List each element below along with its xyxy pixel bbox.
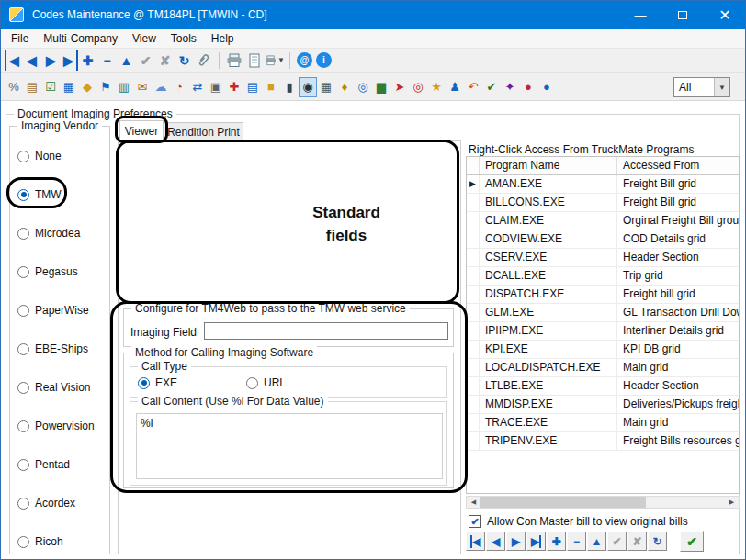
toolbar-button[interactable]: ▶ bbox=[41, 50, 61, 71]
vendor-radio-option[interactable]: Powervision bbox=[17, 419, 95, 433]
attach-button[interactable] bbox=[194, 50, 214, 71]
maximize-button[interactable] bbox=[661, 0, 704, 29]
table-row[interactable]: MMDISP.EXE Deliveries/Pickups freight bbox=[467, 396, 739, 414]
table-row[interactable]: IPIIPM.EXE Interliner Details grid bbox=[467, 322, 739, 341]
filter-dropdown-icon[interactable]: ▼ bbox=[714, 78, 729, 96]
toolbar-button[interactable]: ✔ bbox=[136, 50, 155, 71]
add-record-icon[interactable]: ✚ bbox=[225, 77, 243, 97]
key-icon[interactable]: ♦ bbox=[335, 77, 354, 97]
vendor-radio-option[interactable]: Acordex bbox=[17, 496, 95, 510]
panel-icon[interactable]: ▣ bbox=[207, 77, 225, 97]
table-row[interactable]: ▶ AMAN.EXE Freight Bill grid bbox=[467, 175, 739, 194]
target-icon[interactable]: ◎ bbox=[409, 77, 427, 97]
imaging-field-input[interactable] bbox=[204, 322, 448, 340]
globe-icon[interactable]: ◎ bbox=[354, 77, 372, 97]
print-options-button[interactable]: ▼ bbox=[265, 50, 285, 71]
clock-icon[interactable]: ◔ bbox=[170, 77, 188, 97]
report-icon[interactable]: ▤ bbox=[23, 77, 41, 97]
vendor-radio-option[interactable]: Real Vision bbox=[17, 380, 95, 395]
grid-icon[interactable]: ▦ bbox=[60, 77, 78, 97]
car-icon[interactable]: ● bbox=[519, 77, 537, 97]
table-row[interactable]: GLM.EXE GL Transaction Drill Down bbox=[467, 304, 739, 322]
vendor-radio-option[interactable]: None bbox=[17, 149, 95, 163]
minimize-button[interactable]: — bbox=[619, 0, 661, 29]
grid-last-button[interactable]: ▶ bbox=[526, 532, 546, 551]
table-row[interactable]: BILLCONS.EXE Freight Bill grid bbox=[467, 194, 739, 212]
table-row[interactable]: DISPATCH.EXE Freight bill grid bbox=[467, 286, 739, 304]
call-content-textarea[interactable]: %i bbox=[136, 413, 443, 479]
table-row[interactable]: KPI.EXE KPI DB grid bbox=[467, 341, 739, 359]
menu-item[interactable]: Help bbox=[204, 29, 242, 48]
print-preview-button[interactable] bbox=[244, 50, 265, 71]
toolbar-button[interactable]: ◀ bbox=[22, 50, 41, 71]
grid-next-button[interactable]: ▶ bbox=[506, 532, 526, 551]
grid-post-button[interactable]: ✔ bbox=[607, 532, 627, 551]
toolbar-button[interactable]: ▶ bbox=[61, 50, 78, 71]
chart-icon[interactable]: ▆ bbox=[372, 77, 390, 97]
table-row[interactable]: CODVIEW.EXE COD Details grid bbox=[467, 230, 739, 249]
transfer-icon[interactable]: ⇄ bbox=[188, 77, 207, 97]
close-button[interactable]: ✕ bbox=[704, 0, 746, 29]
vendor-radio-option[interactable]: TMW bbox=[17, 187, 95, 202]
allow-con-master-checkbox[interactable]: ✔ bbox=[469, 515, 481, 528]
toolbar-button[interactable]: ◀ bbox=[5, 50, 22, 71]
print-options-dropdown-icon[interactable]: ▼ bbox=[277, 56, 285, 64]
table-row[interactable]: LTLBE.EXE Header Section bbox=[467, 377, 739, 396]
print-button[interactable] bbox=[224, 50, 244, 71]
grid-delete-button[interactable]: − bbox=[567, 532, 586, 551]
sparkle-icon[interactable]: ✦ bbox=[501, 77, 519, 97]
grid-horizontal-scrollbar[interactable]: ◀ ▶ bbox=[466, 496, 740, 509]
diamond-icon[interactable]: ◆ bbox=[78, 77, 96, 97]
scrollbar-track[interactable] bbox=[480, 497, 725, 508]
column-header-program-name[interactable]: Program Name bbox=[480, 157, 617, 174]
web-button[interactable]: @ bbox=[297, 52, 312, 68]
cloud-icon[interactable]: ☁ bbox=[152, 77, 170, 97]
toolbar-button[interactable]: − bbox=[97, 50, 117, 71]
table-row[interactable]: CLAIM.EXE Orginal Freight Bill group bbox=[467, 212, 739, 230]
toolbar-button[interactable]: ✚ bbox=[78, 50, 97, 71]
approve-icon[interactable]: ✔ bbox=[482, 77, 501, 97]
call-type-url-option[interactable]: URL bbox=[246, 376, 286, 389]
grid-insert-button[interactable]: ✚ bbox=[547, 532, 566, 551]
user-icon[interactable]: ♟ bbox=[446, 77, 464, 97]
grid-edit-button[interactable]: ▲ bbox=[587, 532, 606, 551]
call-type-exe-option[interactable]: EXE bbox=[138, 376, 177, 389]
vendor-radio-option[interactable]: Microdea bbox=[17, 226, 95, 241]
barcode-icon[interactable]: ▮ bbox=[280, 77, 299, 97]
vendor-radio-option[interactable]: Ricoh bbox=[17, 534, 95, 549]
toolbar-button[interactable]: ▲ bbox=[117, 50, 136, 71]
vendor-radio-option[interactable]: Pentad bbox=[17, 457, 95, 472]
undo-icon[interactable]: ↶ bbox=[464, 77, 482, 97]
vendor-radio-option[interactable]: PaperWise bbox=[17, 303, 95, 318]
apply-button[interactable]: ✔ bbox=[680, 531, 704, 552]
camera-icon[interactable]: ◉ bbox=[299, 77, 317, 97]
scrollbar-thumb[interactable] bbox=[480, 497, 646, 508]
grid-cancel-button[interactable]: ✘ bbox=[627, 532, 647, 551]
allow-con-master-option[interactable]: ✔ Allow Con Master bill to view original… bbox=[469, 515, 688, 528]
grid-prior-button[interactable]: ◀ bbox=[486, 532, 505, 551]
table-row[interactable]: TRACE.EXE Main grid bbox=[467, 414, 739, 432]
column-header-accessed-from[interactable]: Accessed From bbox=[617, 157, 739, 174]
mail-icon[interactable]: ✉ bbox=[133, 77, 152, 97]
film-icon[interactable]: ▦ bbox=[317, 77, 335, 97]
checklist-icon[interactable]: ☑ bbox=[41, 77, 60, 97]
table-row[interactable]: LOCALDISPATCH.EXE Main grid bbox=[467, 359, 739, 377]
table-row[interactable]: DCALL.EXE Trip grid bbox=[467, 267, 739, 286]
table-icon[interactable]: ▥ bbox=[115, 77, 133, 97]
menu-item[interactable]: Tools bbox=[164, 29, 204, 48]
menu-item[interactable]: View bbox=[125, 29, 164, 48]
vendor-radio-option[interactable]: Pegasus bbox=[17, 264, 95, 279]
pin-icon[interactable]: ➤ bbox=[390, 77, 409, 97]
tab-viewer[interactable]: Viewer bbox=[119, 120, 164, 141]
folder-icon[interactable]: ■ bbox=[262, 77, 280, 97]
flag-icon[interactable]: ⚑ bbox=[96, 77, 115, 97]
percent-icon[interactable]: % bbox=[5, 77, 23, 97]
menu-item[interactable]: Multi-Company bbox=[36, 29, 125, 48]
toolbar-button[interactable]: ↻ bbox=[175, 50, 194, 71]
filter-combobox[interactable]: All ▼ bbox=[673, 77, 730, 97]
info-button[interactable]: i bbox=[316, 52, 332, 68]
table-row[interactable]: TRIPENV.EXE Freight Bills resources grid bbox=[467, 432, 739, 451]
document-icon[interactable]: ▤ bbox=[243, 77, 262, 97]
grid-first-button[interactable]: ◀ bbox=[466, 532, 485, 551]
toolbar-button[interactable]: ✘ bbox=[155, 50, 175, 71]
